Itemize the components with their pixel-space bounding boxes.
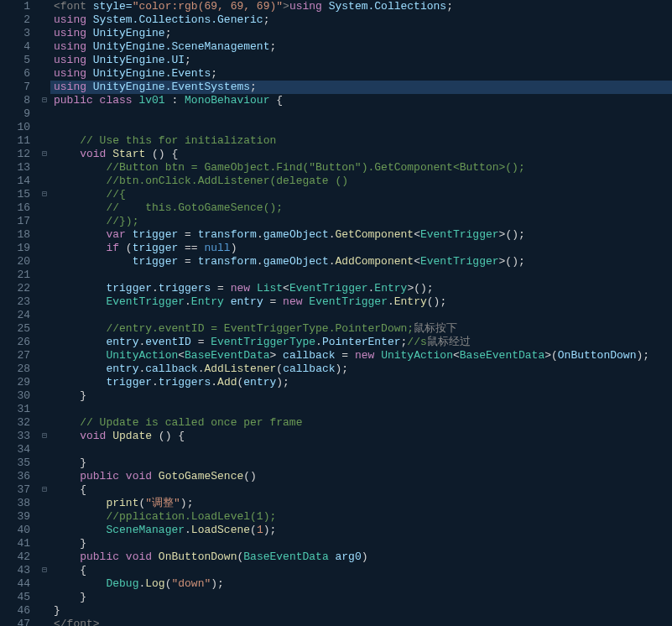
code-line[interactable]: //Button btn = GameObject.Find("Button")… bbox=[50, 161, 672, 175]
fold-toggle bbox=[39, 376, 50, 389]
line-number: 24 bbox=[0, 309, 35, 322]
fold-toggle bbox=[39, 215, 50, 228]
line-number: 10 bbox=[0, 121, 35, 134]
fold-toggle bbox=[39, 591, 50, 604]
code-line[interactable]: public class lv01 : MonoBehaviour { bbox=[50, 94, 672, 107]
line-number: 32 bbox=[0, 416, 35, 430]
fold-column: ⊟⊟⊟⊟⊟⊟ bbox=[39, 0, 50, 626]
line-number: 30 bbox=[0, 389, 35, 403]
code-line[interactable]: { bbox=[50, 483, 672, 497]
code-line[interactable]: void Update () { bbox=[50, 430, 672, 443]
fold-toggle bbox=[39, 81, 50, 94]
line-number: 46 bbox=[0, 604, 35, 618]
line-number: 23 bbox=[0, 295, 35, 309]
code-line[interactable]: if (trigger == null) bbox=[50, 242, 672, 255]
code-line[interactable]: } bbox=[50, 537, 672, 550]
code-line[interactable]: entry.callback.AddListener(callback); bbox=[50, 363, 672, 376]
fold-toggle bbox=[39, 510, 50, 524]
fold-toggle bbox=[39, 27, 50, 40]
line-number: 19 bbox=[0, 242, 35, 255]
code-line[interactable]: //pplication.LoadLevel(1); bbox=[50, 510, 672, 524]
code-line[interactable]: SceneManager.LoadScene(1); bbox=[50, 524, 672, 537]
code-line[interactable]: public void GotoGameSence() bbox=[50, 470, 672, 483]
fold-toggle bbox=[39, 269, 50, 282]
code-line[interactable]: trigger.triggers = new List<EventTrigger… bbox=[50, 282, 672, 295]
line-number: 17 bbox=[0, 215, 35, 228]
line-number: 22 bbox=[0, 282, 35, 295]
line-number: 5 bbox=[0, 54, 35, 67]
code-line[interactable]: Debug.Log("down"); bbox=[50, 577, 672, 591]
line-number: 9 bbox=[0, 107, 35, 121]
code-line[interactable]: { bbox=[50, 564, 672, 577]
line-number: 21 bbox=[0, 269, 35, 282]
fold-toggle[interactable]: ⊟ bbox=[39, 483, 50, 497]
line-number: 4 bbox=[0, 40, 35, 54]
fold-toggle bbox=[39, 255, 50, 269]
line-number: 16 bbox=[0, 201, 35, 215]
fold-toggle bbox=[39, 336, 50, 349]
line-number: 31 bbox=[0, 403, 35, 416]
code-line[interactable]: void Start () { bbox=[50, 148, 672, 161]
code-line[interactable] bbox=[50, 107, 672, 121]
code-line[interactable]: // Use this for initialization bbox=[50, 134, 672, 148]
fold-toggle bbox=[39, 349, 50, 363]
fold-toggle bbox=[39, 309, 50, 322]
line-number: 44 bbox=[0, 577, 35, 591]
code-line[interactable]: // Update is called once per frame bbox=[50, 416, 672, 430]
code-line[interactable]: using UnityEngine.Events; bbox=[50, 67, 672, 81]
code-line[interactable] bbox=[50, 443, 672, 456]
line-number: 11 bbox=[0, 134, 35, 148]
fold-toggle bbox=[39, 618, 50, 626]
code-line[interactable]: using UnityEngine; bbox=[50, 27, 672, 40]
code-line[interactable]: public void OnButtonDown(BaseEventData a… bbox=[50, 550, 672, 564]
code-line[interactable] bbox=[50, 269, 672, 282]
code-line[interactable]: } bbox=[50, 456, 672, 470]
code-line[interactable]: print("调整"); bbox=[50, 497, 672, 510]
line-number: 15 bbox=[0, 188, 35, 201]
code-line[interactable]: //btn.onClick.AddListener(delegate () bbox=[50, 175, 672, 188]
fold-toggle bbox=[39, 175, 50, 188]
code-line[interactable]: using UnityEngine.UI; bbox=[50, 54, 672, 67]
fold-toggle bbox=[39, 282, 50, 295]
fold-toggle bbox=[39, 161, 50, 175]
fold-toggle[interactable]: ⊟ bbox=[39, 188, 50, 201]
code-line[interactable]: //entry.eventID = EventTriggerType.Point… bbox=[50, 322, 672, 336]
fold-toggle bbox=[39, 389, 50, 403]
code-line[interactable]: EventTrigger.Entry entry = new EventTrig… bbox=[50, 295, 672, 309]
fold-toggle bbox=[39, 403, 50, 416]
fold-toggle bbox=[39, 40, 50, 54]
line-number: 6 bbox=[0, 67, 35, 81]
fold-toggle[interactable]: ⊟ bbox=[39, 564, 50, 577]
fold-toggle bbox=[39, 456, 50, 470]
code-line[interactable] bbox=[50, 403, 672, 416]
code-line[interactable]: <font style="color:rgb(69, 69, 69)">usin… bbox=[50, 0, 672, 13]
code-line[interactable]: trigger = transform.gameObject.AddCompon… bbox=[50, 255, 672, 269]
fold-toggle bbox=[39, 524, 50, 537]
code-line[interactable]: UnityAction<BaseEventData> callback = ne… bbox=[50, 349, 672, 363]
code-editor-area[interactable]: <font style="color:rgb(69, 69, 69)">usin… bbox=[50, 0, 672, 626]
code-line[interactable]: trigger.triggers.Add(entry); bbox=[50, 376, 672, 389]
code-line[interactable]: } bbox=[50, 591, 672, 604]
code-line[interactable]: } bbox=[50, 389, 672, 403]
line-number: 26 bbox=[0, 336, 35, 349]
code-line[interactable]: entry.eventID = EventTriggerType.Pointer… bbox=[50, 336, 672, 349]
fold-toggle bbox=[39, 0, 50, 13]
line-number: 35 bbox=[0, 456, 35, 470]
code-line[interactable]: var trigger = transform.gameObject.GetCo… bbox=[50, 228, 672, 242]
fold-toggle bbox=[39, 134, 50, 148]
code-line[interactable] bbox=[50, 121, 672, 134]
code-line[interactable]: //}); bbox=[50, 215, 672, 228]
code-line[interactable] bbox=[50, 309, 672, 322]
fold-toggle bbox=[39, 228, 50, 242]
fold-toggle[interactable]: ⊟ bbox=[39, 430, 50, 443]
code-line[interactable]: using System.Collections.Generic; bbox=[50, 13, 672, 27]
code-line[interactable]: </font> bbox=[50, 618, 672, 626]
fold-toggle[interactable]: ⊟ bbox=[39, 94, 50, 107]
code-line[interactable]: // this.GotoGameSence(); bbox=[50, 201, 672, 215]
code-line[interactable]: //{ bbox=[50, 188, 672, 201]
code-line[interactable]: } bbox=[50, 604, 672, 618]
code-line[interactable]: using UnityEngine.EventSystems; bbox=[50, 81, 672, 94]
code-line[interactable]: using UnityEngine.SceneManagement; bbox=[50, 40, 672, 54]
fold-toggle[interactable]: ⊟ bbox=[39, 148, 50, 161]
fold-toggle bbox=[39, 107, 50, 121]
